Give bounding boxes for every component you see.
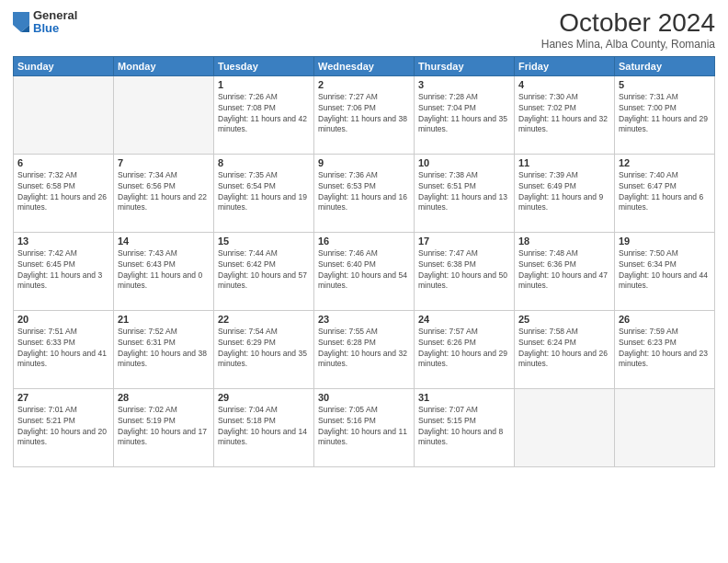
calendar-cell	[615, 388, 715, 466]
day-info: Sunrise: 7:07 AM Sunset: 5:15 PM Dayligh…	[418, 405, 510, 449]
day-info: Sunrise: 7:52 AM Sunset: 6:31 PM Dayligh…	[118, 327, 210, 371]
calendar-cell: 19Sunrise: 7:50 AM Sunset: 6:34 PM Dayli…	[615, 232, 715, 310]
calendar-cell: 12Sunrise: 7:40 AM Sunset: 6:47 PM Dayli…	[615, 154, 715, 232]
day-info: Sunrise: 7:42 AM Sunset: 6:45 PM Dayligh…	[17, 248, 109, 293]
day-number: 16	[318, 236, 410, 247]
logo-general-text: General	[33, 9, 77, 22]
day-info: Sunrise: 7:01 AM Sunset: 5:21 PM Dayligh…	[17, 405, 109, 449]
calendar-cell: 1Sunrise: 7:26 AM Sunset: 7:08 PM Daylig…	[214, 75, 314, 154]
day-info: Sunrise: 7:47 AM Sunset: 6:38 PM Dayligh…	[418, 248, 510, 293]
day-info: Sunrise: 7:40 AM Sunset: 6:47 PM Dayligh…	[619, 170, 711, 214]
calendar-cell: 4Sunrise: 7:30 AM Sunset: 7:02 PM Daylig…	[515, 75, 615, 154]
logo: General Blue	[13, 9, 77, 36]
calendar-cell: 26Sunrise: 7:59 AM Sunset: 6:23 PM Dayli…	[615, 310, 715, 388]
day-number: 28	[118, 392, 210, 403]
calendar-cell: 11Sunrise: 7:39 AM Sunset: 6:49 PM Dayli…	[515, 154, 615, 232]
calendar-week-4: 20Sunrise: 7:51 AM Sunset: 6:33 PM Dayli…	[14, 310, 715, 388]
calendar-cell: 28Sunrise: 7:02 AM Sunset: 5:19 PM Dayli…	[114, 388, 214, 466]
day-info: Sunrise: 7:51 AM Sunset: 6:33 PM Dayligh…	[17, 327, 109, 371]
day-info: Sunrise: 7:54 AM Sunset: 6:29 PM Dayligh…	[218, 327, 310, 371]
day-number: 26	[619, 314, 711, 325]
header: General Blue October 2024 Hanes Mina, Al…	[13, 9, 715, 51]
day-info: Sunrise: 7:46 AM Sunset: 6:40 PM Dayligh…	[318, 248, 410, 293]
calendar-week-5: 27Sunrise: 7:01 AM Sunset: 5:21 PM Dayli…	[14, 388, 715, 466]
calendar-cell	[515, 388, 615, 466]
day-number: 4	[518, 79, 610, 90]
calendar-cell: 10Sunrise: 7:38 AM Sunset: 6:51 PM Dayli…	[415, 154, 515, 232]
day-number: 30	[318, 392, 410, 403]
calendar-cell: 15Sunrise: 7:44 AM Sunset: 6:42 PM Dayli…	[214, 232, 314, 310]
calendar-cell: 27Sunrise: 7:01 AM Sunset: 5:21 PM Dayli…	[14, 388, 114, 466]
page: General Blue October 2024 Hanes Mina, Al…	[0, 0, 728, 563]
day-number: 29	[218, 392, 310, 403]
day-info: Sunrise: 7:55 AM Sunset: 6:28 PM Dayligh…	[318, 327, 410, 371]
day-info: Sunrise: 7:30 AM Sunset: 7:02 PM Dayligh…	[518, 92, 610, 136]
calendar-table: Sunday Monday Tuesday Wednesday Thursday…	[13, 56, 715, 467]
day-info: Sunrise: 7:44 AM Sunset: 6:42 PM Dayligh…	[218, 248, 310, 293]
calendar-cell: 22Sunrise: 7:54 AM Sunset: 6:29 PM Dayli…	[214, 310, 314, 388]
header-monday: Monday	[114, 56, 214, 75]
day-info: Sunrise: 7:27 AM Sunset: 7:06 PM Dayligh…	[318, 92, 410, 136]
calendar-cell	[14, 75, 114, 154]
day-number: 3	[418, 79, 510, 90]
day-info: Sunrise: 7:57 AM Sunset: 6:26 PM Dayligh…	[418, 327, 510, 371]
day-number: 11	[518, 157, 610, 168]
header-sunday: Sunday	[14, 56, 114, 75]
calendar-cell: 21Sunrise: 7:52 AM Sunset: 6:31 PM Dayli…	[114, 310, 214, 388]
day-number: 8	[218, 157, 310, 168]
day-info: Sunrise: 7:58 AM Sunset: 6:24 PM Dayligh…	[518, 327, 610, 371]
header-saturday: Saturday	[615, 56, 715, 75]
calendar-cell: 3Sunrise: 7:28 AM Sunset: 7:04 PM Daylig…	[415, 75, 515, 154]
day-number: 14	[118, 236, 210, 247]
calendar-cell: 25Sunrise: 7:58 AM Sunset: 6:24 PM Dayli…	[515, 310, 615, 388]
calendar-cell: 5Sunrise: 7:31 AM Sunset: 7:00 PM Daylig…	[615, 75, 715, 154]
calendar-cell: 7Sunrise: 7:34 AM Sunset: 6:56 PM Daylig…	[114, 154, 214, 232]
day-info: Sunrise: 7:34 AM Sunset: 6:56 PM Dayligh…	[118, 170, 210, 214]
day-info: Sunrise: 7:50 AM Sunset: 6:34 PM Dayligh…	[619, 248, 711, 293]
day-info: Sunrise: 7:36 AM Sunset: 6:53 PM Dayligh…	[318, 170, 410, 214]
day-info: Sunrise: 7:05 AM Sunset: 5:16 PM Dayligh…	[318, 405, 410, 449]
calendar-cell: 9Sunrise: 7:36 AM Sunset: 6:53 PM Daylig…	[314, 154, 415, 232]
calendar-cell: 14Sunrise: 7:43 AM Sunset: 6:43 PM Dayli…	[114, 232, 214, 310]
day-info: Sunrise: 7:38 AM Sunset: 6:51 PM Dayligh…	[418, 170, 510, 214]
calendar-cell: 17Sunrise: 7:47 AM Sunset: 6:38 PM Dayli…	[415, 232, 515, 310]
day-number: 13	[17, 236, 109, 247]
day-info: Sunrise: 7:32 AM Sunset: 6:58 PM Dayligh…	[17, 170, 109, 214]
day-info: Sunrise: 7:31 AM Sunset: 7:00 PM Dayligh…	[619, 92, 711, 136]
calendar-cell: 30Sunrise: 7:05 AM Sunset: 5:16 PM Dayli…	[314, 388, 415, 466]
calendar-cell: 23Sunrise: 7:55 AM Sunset: 6:28 PM Dayli…	[314, 310, 415, 388]
day-number: 5	[619, 79, 711, 90]
location-subtitle: Hanes Mina, Alba County, Romania	[541, 38, 715, 51]
day-number: 9	[318, 157, 410, 168]
calendar-header-row: Sunday Monday Tuesday Wednesday Thursday…	[14, 56, 715, 75]
day-info: Sunrise: 7:39 AM Sunset: 6:49 PM Dayligh…	[518, 170, 610, 214]
day-number: 6	[17, 157, 109, 168]
calendar-week-1: 1Sunrise: 7:26 AM Sunset: 7:08 PM Daylig…	[14, 75, 715, 154]
calendar-cell: 6Sunrise: 7:32 AM Sunset: 6:58 PM Daylig…	[14, 154, 114, 232]
day-number: 17	[418, 236, 510, 247]
calendar-cell	[114, 75, 214, 154]
logo-blue-text: Blue	[33, 22, 77, 35]
day-number: 19	[619, 236, 711, 247]
month-title: October 2024	[541, 9, 715, 38]
day-number: 2	[318, 79, 410, 90]
day-info: Sunrise: 7:26 AM Sunset: 7:08 PM Dayligh…	[218, 92, 310, 136]
day-number: 23	[318, 314, 410, 325]
day-number: 27	[17, 392, 109, 403]
day-info: Sunrise: 7:02 AM Sunset: 5:19 PM Dayligh…	[118, 405, 210, 449]
calendar-cell: 8Sunrise: 7:35 AM Sunset: 6:54 PM Daylig…	[214, 154, 314, 232]
day-number: 21	[118, 314, 210, 325]
logo-text: General Blue	[33, 9, 77, 36]
calendar-cell: 24Sunrise: 7:57 AM Sunset: 6:26 PM Dayli…	[415, 310, 515, 388]
header-friday: Friday	[515, 56, 615, 75]
calendar-cell: 16Sunrise: 7:46 AM Sunset: 6:40 PM Dayli…	[314, 232, 415, 310]
day-info: Sunrise: 7:48 AM Sunset: 6:36 PM Dayligh…	[518, 248, 610, 293]
day-number: 18	[518, 236, 610, 247]
day-info: Sunrise: 7:28 AM Sunset: 7:04 PM Dayligh…	[418, 92, 510, 136]
calendar-week-2: 6Sunrise: 7:32 AM Sunset: 6:58 PM Daylig…	[14, 154, 715, 232]
header-thursday: Thursday	[415, 56, 515, 75]
header-tuesday: Tuesday	[214, 56, 314, 75]
day-info: Sunrise: 7:04 AM Sunset: 5:18 PM Dayligh…	[218, 405, 310, 449]
title-block: October 2024 Hanes Mina, Alba County, Ro…	[541, 9, 715, 51]
calendar-cell: 31Sunrise: 7:07 AM Sunset: 5:15 PM Dayli…	[415, 388, 515, 466]
